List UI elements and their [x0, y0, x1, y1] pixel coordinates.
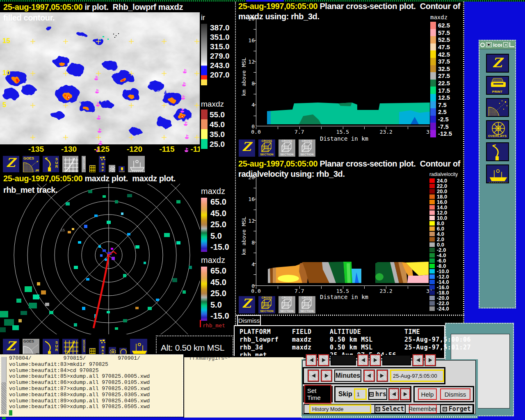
track-line [94, 255, 109, 328]
right-window-column: 25-aug-1997,05:05:00 Planar cross-sectio… [235, 2, 464, 361]
icon-panel-body: Z PRINT OVERLAYS [479, 50, 515, 183]
xs2-contours [256, 177, 430, 286]
colorbar-tick-label: 52.5 [438, 37, 450, 43]
colorbar-tick-label: 45.0 [210, 209, 229, 217]
terminal-scrollbar[interactable] [1, 357, 7, 414]
history-mode-value: History Mode [312, 406, 344, 412]
colorbar-tick-label: 315.0 [210, 43, 230, 50]
select-menu-button[interactable]: Select [374, 404, 406, 413]
forget-menu-button[interactable]: Forget [440, 404, 473, 413]
colorbar-swatch [429, 285, 435, 290]
set-time-button[interactable]: Set Time [304, 385, 331, 404]
colorbar-swatch [430, 65, 436, 73]
desktop: 25-aug-1997,05:05:00 ir plot. Rhb_lowprf… [0, 0, 525, 420]
window-list-icon[interactable] [486, 42, 492, 47]
xs1-xaxis-title: Distance in km [320, 135, 368, 142]
step-forward-button[interactable] [425, 354, 436, 366]
goes-ir-button[interactable]: GOES .IR [22, 155, 40, 173]
terminal-line: volume:beaufait:83>mkdir 970825 [9, 362, 150, 368]
skip-forward-button[interactable] [400, 388, 410, 400]
overlays-icon[interactable]: OVERLAYS [486, 120, 509, 139]
zeb-logo-button[interactable]: Z [238, 295, 256, 314]
xs1-contours [256, 18, 430, 126]
gear-button[interactable] [108, 164, 116, 173]
colorbar-swatch [429, 200, 435, 204]
minutes-forward-button[interactable] [321, 370, 332, 381]
colorbar-tick-label: 37.5 [438, 58, 450, 64]
colorbar-tick-label: 5.0 [210, 232, 229, 240]
control-dismiss-button[interactable]: Dismiss [440, 388, 470, 400]
history-mode-field[interactable]: History Mode [309, 404, 371, 413]
step-back-button[interactable] [413, 354, 423, 366]
skip-field[interactable]: 1 [354, 388, 367, 400]
xs1-toolbar: Z CROSSSECTION CROSSSECTION CROSSSECTION [238, 138, 316, 158]
step-back-button[interactable] [358, 354, 368, 366]
time-field[interactable]: 25-Aug-97,5:05:00 [390, 370, 444, 382]
terminal-scrollbar-thumb[interactable] [1, 382, 7, 414]
menu-icon [443, 407, 447, 411]
icon-panel-titlebar[interactable]: icon [479, 41, 515, 49]
ship-button[interactable] [127, 155, 146, 173]
small-grid-button[interactable] [88, 164, 96, 173]
satellite-dish-icon[interactable] [486, 98, 509, 117]
step-forward-button[interactable] [370, 354, 381, 366]
time-back-button[interactable] [364, 370, 374, 381]
remember-button[interactable]: Remember [409, 404, 437, 413]
clipped-button[interactable] [331, 355, 356, 365]
minutes-button[interactable]: Minutes [334, 370, 361, 382]
clipped-button[interactable] [382, 355, 411, 365]
buoy-button[interactable] [118, 165, 126, 173]
colorbar-swatch [429, 274, 435, 279]
cross-section-button-active[interactable]: CROSSSECTION [258, 295, 276, 314]
status-dismiss-button[interactable]: Dismiss [237, 315, 261, 326]
status-header-cell: ALTITUDE [330, 328, 404, 336]
ppi-toolbar: Z GOES .IR SUR BOUNDS MAP [2, 337, 148, 357]
terminal-window[interactable]: 970804/ 970815/ 970901/volume:beaufait:8… [0, 354, 183, 417]
radar-antenna-icon[interactable] [486, 142, 509, 161]
iconify-icon[interactable] [503, 42, 508, 47]
colorbar-tick-label: 55.0 [210, 111, 225, 119]
step-forward-button[interactable] [318, 354, 329, 366]
status-header-cell: TIME [404, 328, 471, 336]
status-cell: 25-Aug-97,5:00:06 [404, 336, 471, 343]
zeb-logo-button[interactable]: Z [2, 155, 20, 173]
grid-tool-button[interactable] [62, 155, 79, 173]
print-icon[interactable]: PRINT [486, 76, 509, 95]
icon-panel-title: icon [493, 42, 502, 48]
colorbar-tick-label: 45.0 [210, 278, 229, 286]
colorbar-swatch [429, 205, 435, 210]
terminal-line: volume:beaufait:90>xdump.all 970825.0505… [9, 404, 150, 410]
xs2-colorbar-label: radialvelocity [429, 171, 458, 177]
terminal-output[interactable]: 970804/ 970815/ 970901/volume:beaufait:8… [9, 356, 150, 416]
step-back-button[interactable] [306, 354, 317, 366]
x-tick-label: 7.7 [294, 288, 304, 294]
colorbar-swatch [430, 29, 436, 37]
map-button[interactable]: MAP [98, 155, 106, 173]
ship-icon[interactable] [486, 164, 509, 183]
colorbar-tick-label: -7.5 [438, 123, 449, 130]
resize-icon[interactable] [509, 42, 514, 47]
cross-section-button[interactable]: CROSSSECTION [298, 295, 316, 314]
skip-label: Skip [338, 390, 352, 398]
terminal-cursor-line [9, 410, 150, 416]
surveillance-radar-button[interactable]: SUR [42, 155, 60, 173]
cross-section-button-active[interactable]: CROSSSECTION [258, 139, 276, 158]
time-field-value: 25-Aug-97,5:05:00 [393, 373, 437, 379]
zeb-logo-icon[interactable]: Z [486, 54, 509, 73]
cross-section-button[interactable]: CROSSSECTION [278, 139, 296, 158]
time-control-window: Minutes 25-Aug-97,5:05:00 Set Time Skip … [301, 359, 478, 418]
xs1-plot-area: 201612840 [256, 18, 429, 126]
xs2-plot-area: 201612840 [256, 177, 429, 286]
zeb-logo-button[interactable]: Z [238, 139, 256, 158]
minutes-back-button[interactable] [308, 370, 319, 381]
cross-section-button[interactable]: CROSSSECTION [298, 139, 316, 158]
skip-back-button[interactable] [389, 388, 399, 400]
hrs-menu-button[interactable]: hrs [368, 388, 387, 400]
time-forward-button[interactable] [377, 370, 388, 381]
terminal-line: 970804/ 970815/ 970901/ [9, 356, 150, 362]
cross-section-button[interactable]: CROSSSECTION [278, 295, 296, 314]
help-button[interactable]: Help [418, 388, 437, 400]
window-menu-icon[interactable] [480, 43, 485, 47]
bounds-button[interactable]: BOUNDS [81, 155, 87, 173]
colorbar-tick-label: 12.5 [438, 94, 450, 100]
